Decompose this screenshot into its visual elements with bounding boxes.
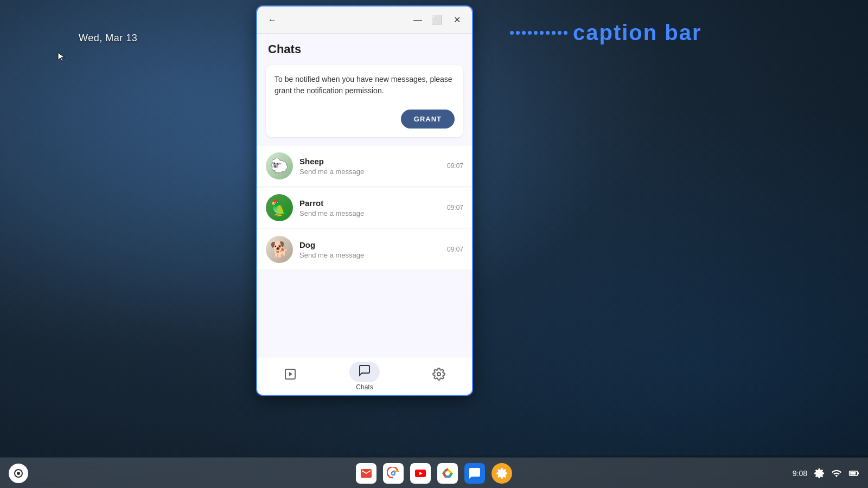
chat-name-sheep: Sheep [299,157,443,166]
chat-info-sheep: Sheep Send me a message [299,157,443,176]
grant-button[interactable]: GRANT [401,110,455,129]
chat-info-parrot: Parrot Send me a message [299,198,443,217]
close-button[interactable]: ✕ [448,11,465,29]
dot [534,31,538,35]
dot [516,31,520,35]
nav-item-settings[interactable] [422,363,456,389]
chats-header: Chats [257,34,472,61]
nav-item-stories[interactable] [273,363,308,389]
chat-info-dog: Dog Send me a message [299,240,443,259]
chat-time-dog: 09:07 [447,246,463,253]
chat-item-dog[interactable]: Dog Send me a message 09:07 [257,229,472,270]
date-display: Wed, Mar 13 [79,33,137,44]
dot [540,31,544,35]
taskbar-gmail-icon[interactable] [356,463,376,484]
battery-icon [848,468,859,479]
notification-card: To be notified when you have new message… [266,65,463,137]
settings-nav-icon [432,368,445,384]
taskbar-right: 9:08 [793,468,859,479]
chats-nav-icon [349,362,380,382]
notification-actions: GRANT [275,110,455,129]
dot [510,31,514,35]
sheep-icon [270,157,289,175]
chat-preview-dog: Send me a message [299,251,443,259]
taskbar-time: 9:08 [793,469,807,478]
dot [564,31,567,35]
chat-item-parrot[interactable]: Parrot Send me a message 09:07 [257,188,472,228]
svg-point-4 [17,472,20,475]
chat-name-dog: Dog [299,240,443,249]
dot [558,31,561,35]
chat-time-sheep: 09:07 [447,162,463,170]
caption-bar-label: caption bar [510,21,702,45]
dog-icon [270,241,289,259]
taskbar-left [9,464,28,483]
chat-preview-parrot: Send me a message [299,209,443,217]
title-bar-left: ← [264,11,281,29]
wifi-icon [831,468,842,479]
stories-icon [284,368,297,384]
taskbar-youtube-icon[interactable] [410,463,431,484]
settings-icon[interactable] [814,468,825,479]
parrot-icon [270,199,289,217]
avatar-parrot [266,194,293,221]
notification-text: To be notified when you have new message… [275,74,455,97]
back-button[interactable]: ← [264,11,281,29]
dot [522,31,526,35]
avatar-sheep [266,152,293,179]
chat-list: Sheep Send me a message 09:07 Parrot Sen… [257,146,472,357]
dot [546,31,550,35]
taskbar-power-button[interactable] [9,464,28,483]
svg-point-7 [392,472,394,474]
minimize-button[interactable]: — [409,11,426,29]
title-bar-right: — ⬜ ✕ [409,11,465,29]
caption-bar-text: caption bar [573,21,702,45]
app-window: ← — ⬜ ✕ Chats To be notified when you ha… [256,5,473,396]
taskbar: 9:08 [0,458,868,488]
maximize-button[interactable]: ⬜ [429,11,446,29]
app-body: Chats To be notified when you have new m… [257,34,472,395]
dot [552,31,556,35]
chat-item-sheep[interactable]: Sheep Send me a message 09:07 [257,146,472,187]
chat-time-parrot: 09:07 [447,204,463,211]
svg-point-2 [437,373,441,376]
chats-nav-label: Chats [356,383,373,391]
title-bar: ← — ⬜ ✕ [257,7,472,34]
avatar-dog [266,236,293,263]
nav-item-chats[interactable]: Chats [339,357,391,395]
svg-marker-1 [289,372,292,376]
chat-preview-sheep: Send me a message [299,168,443,176]
chat-name-parrot: Parrot [299,198,443,208]
svg-rect-14 [850,472,856,474]
taskbar-photos-icon[interactable] [437,463,458,484]
dot [528,31,532,35]
caption-bar-dots [510,31,567,35]
taskbar-chrome-icon[interactable] [383,463,404,484]
bottom-nav: Chats [257,357,472,395]
taskbar-settings-app-icon[interactable] [492,463,512,484]
chats-title: Chats [268,42,461,56]
svg-point-10 [445,471,450,476]
taskbar-messages-icon[interactable] [464,463,485,484]
